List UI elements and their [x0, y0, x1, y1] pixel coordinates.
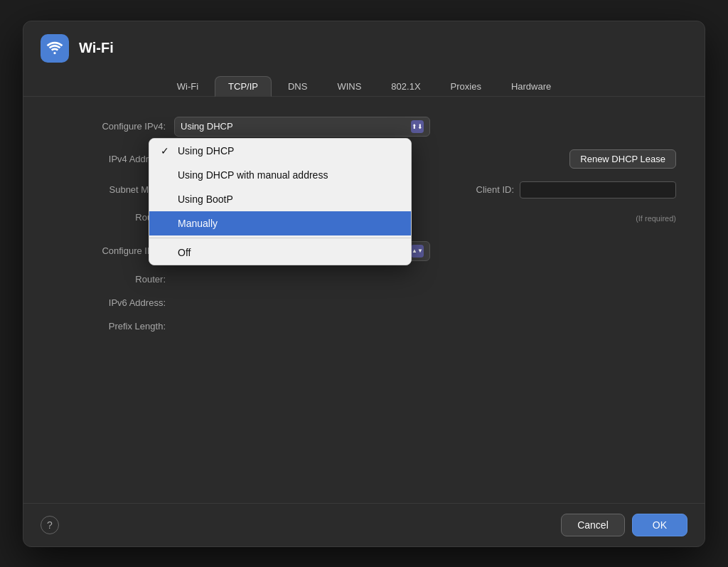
configure-ipv4-dropdown[interactable]: Using DHCP ⬆⬇: [174, 117, 430, 137]
cancel-button[interactable]: Cancel: [561, 514, 625, 536]
tab-wifi[interactable]: Wi-Fi: [164, 76, 212, 97]
ipv6-address-label: IPv6 Address:: [52, 297, 166, 308]
prefix-length-label: Prefix Length:: [52, 321, 166, 332]
dropdown-menu: Using DHCP Using DHCP with manual addres…: [149, 138, 412, 265]
menu-item-manually[interactable]: Manually: [149, 211, 411, 235]
ok-button[interactable]: OK: [632, 514, 687, 536]
ipv6-address-row: IPv6 Address:: [52, 297, 676, 308]
menu-divider: [149, 238, 411, 238]
configure-ipv4-row: Configure IPv4: Using DHCP ⬆⬇: [52, 117, 676, 137]
menu-item-using-dhcp[interactable]: Using DHCP: [149, 139, 411, 163]
tab-tcpip[interactable]: TCP/IP: [215, 76, 272, 97]
menu-item-using-dhcp-manual[interactable]: Using DHCP with manual address: [149, 163, 411, 187]
tab-proxies[interactable]: Proxies: [437, 76, 495, 97]
client-id-input[interactable]: [520, 181, 676, 198]
configure-ipv4-label: Configure IPv4:: [52, 121, 166, 132]
tab-dns[interactable]: DNS: [274, 76, 321, 97]
dropdown-arrow-icon: ⬆⬇: [411, 120, 424, 133]
wifi-icon: [41, 34, 69, 63]
router-ipv6-row: Router:: [52, 274, 676, 285]
help-button[interactable]: ?: [41, 516, 59, 534]
tab-wins[interactable]: WINS: [323, 76, 375, 97]
app-title: Wi-Fi: [79, 40, 114, 56]
content-area: Configure IPv4: Using DHCP ⬆⬇ IPv4 Addre…: [23, 97, 705, 503]
if-required-text: (If required): [636, 214, 676, 223]
renew-dhcp-button[interactable]: Renew DHCP Lease: [569, 149, 676, 169]
wifi-dialog: Wi-Fi Wi-Fi TCP/IP DNS WINS 802.1X Proxi…: [23, 21, 705, 547]
title-bar: Wi-Fi: [23, 21, 705, 71]
client-id-label: Client ID:: [400, 184, 514, 195]
ipv6-dropdown-arrow-icon: ▲▼: [411, 245, 424, 258]
tab-bar: Wi-Fi TCP/IP DNS WINS 802.1X Proxies Har…: [23, 71, 705, 97]
configure-ipv4-value: Using DHCP: [181, 121, 233, 132]
tab-hardware[interactable]: Hardware: [498, 76, 564, 97]
prefix-length-row: Prefix Length:: [52, 321, 676, 332]
router-ipv6-label: Router:: [52, 274, 166, 285]
tab-8021x[interactable]: 802.1X: [378, 76, 434, 97]
menu-item-using-bootp[interactable]: Using BootP: [149, 187, 411, 211]
footer: ? Cancel OK: [23, 503, 705, 546]
menu-item-off[interactable]: Off: [149, 240, 411, 265]
footer-buttons: Cancel OK: [561, 514, 687, 536]
svg-point-0: [53, 51, 55, 53]
